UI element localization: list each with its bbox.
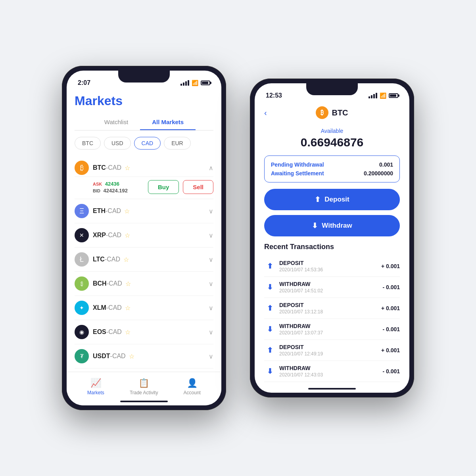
phone-markets: 2:07 📶 Markets Watchlist All Market [62, 66, 226, 410]
transaction-list: ⬆ DEPOSIT 2020/10/07 14:53:36 + 0.001 ⬇ … [264, 256, 400, 382]
ask-value: 42436 [105, 181, 119, 187]
transaction-row: ⬇ WITHDRAW 2020/10/07 14:51:02 - 0.001 [264, 277, 400, 298]
tx-info: DEPOSIT 2020/10/07 12:49:19 [279, 344, 377, 357]
btc-cad-row-expanded[interactable]: ₿ BTC-CAD ☆ ∧ ASK 42436 [75, 156, 213, 199]
deposit-button[interactable]: ⬆ Deposit [264, 189, 400, 210]
signal-icon-2 [369, 93, 377, 98]
tx-type-icon: ⬆ [264, 303, 275, 314]
tx-info: WITHDRAW 2020/10/07 14:51:02 [279, 281, 378, 294]
tx-type-icon: ⬆ [264, 261, 275, 272]
signal-icon [180, 80, 189, 86]
xlm-chevron[interactable]: ∨ [209, 304, 213, 312]
filter-usd[interactable]: USD [104, 137, 131, 150]
ltc-star[interactable]: ☆ [123, 256, 129, 263]
tx-type: WITHDRAW [279, 281, 378, 287]
btc-header-title: BTC [332, 108, 348, 117]
btc-balance-section: Available 0.66946876 [255, 123, 409, 155]
btc-header-icon: ₿ [316, 106, 328, 119]
withdraw-button[interactable]: ⬇ Withdraw [264, 215, 400, 236]
account-nav-icon: 👤 [187, 378, 198, 388]
eos-pair-name: EOS-CAD [93, 328, 122, 336]
markets-content: Markets Watchlist All Markets BTC USD CA… [67, 90, 221, 405]
eth-star[interactable]: ☆ [124, 207, 130, 215]
bch-chevron[interactable]: ∨ [209, 280, 213, 288]
battery-icon-2 [389, 93, 398, 98]
deposit-label: Deposit [324, 196, 349, 203]
tx-type: DEPOSIT [279, 302, 377, 308]
filter-btc[interactable]: BTC [75, 137, 101, 150]
trade-buttons: Buy Sell [148, 180, 213, 194]
tx-amount: - 0.001 [382, 368, 400, 374]
xlm-icon: ✦ [75, 301, 89, 315]
filter-eur[interactable]: EUR [164, 137, 191, 150]
usdt-star[interactable]: ☆ [129, 353, 134, 360]
time-display: 2:07 [78, 79, 90, 86]
eth-chevron[interactable]: ∨ [209, 207, 213, 215]
eth-cad-row[interactable]: Ξ ETH-CAD ☆ ∨ [75, 199, 213, 223]
markets-nav-icon: 📈 [90, 378, 101, 388]
status-icons-2: 📶 [369, 92, 398, 99]
sell-button[interactable]: Sell [183, 180, 213, 194]
pending-withdrawal-value: 0.001 [379, 161, 393, 168]
usdt-chevron[interactable]: ∨ [209, 353, 213, 360]
eos-icon: ◉ [75, 325, 89, 339]
eos-cad-row[interactable]: ◉ EOS-CAD ☆ ∨ [75, 320, 213, 344]
tx-amount: - 0.001 [382, 326, 400, 332]
tx-type: WITHDRAW [279, 323, 378, 329]
xrp-cad-row[interactable]: ✕ XRP-CAD ☆ ∨ [75, 223, 213, 248]
usdt-icon: ₮ [75, 349, 89, 363]
btc-icon: ₿ [75, 161, 89, 175]
tab-all-markets[interactable]: All Markets [140, 115, 196, 130]
bch-cad-row[interactable]: ₿ BCH-CAD ☆ ∨ [75, 272, 213, 296]
eth-pair-name: ETH-CAD [93, 207, 121, 215]
bch-pair-name: BCH-CAD [93, 280, 122, 287]
tx-type-icon: ⬇ [264, 324, 275, 335]
tab-watchlist[interactable]: Watchlist [92, 115, 140, 130]
xlm-pair-name: XLM-CAD [93, 304, 122, 311]
tx-date: 2020/10/07 14:51:02 [279, 288, 378, 294]
transaction-row: ⬆ DEPOSIT 2020/10/07 12:49:19 + 0.001 [264, 340, 400, 361]
eth-icon: Ξ [75, 204, 89, 218]
ask-bid-display: ASK 42436 BID 42424.192 [93, 181, 128, 194]
btc-chevron-up[interactable]: ∧ [209, 164, 213, 172]
tx-info: WITHDRAW 2020/10/07 13:07:37 [279, 323, 378, 336]
btc-page-header: ‹ ₿ BTC [255, 102, 409, 123]
transaction-row: ⬆ DEPOSIT 2020/10/07 14:53:36 + 0.001 [264, 256, 400, 277]
xrp-chevron[interactable]: ∨ [209, 232, 213, 239]
filter-cad[interactable]: CAD [134, 137, 161, 150]
tx-type-icon: ⬆ [264, 345, 275, 356]
xrp-pair-name: XRP-CAD [93, 232, 121, 239]
xrp-star[interactable]: ☆ [125, 232, 130, 239]
transactions-title: Recent Transactions [264, 243, 400, 251]
tx-date: 2020/10/07 13:12:18 [279, 309, 377, 315]
xlm-star[interactable]: ☆ [125, 304, 131, 312]
markets-title: Markets [75, 94, 213, 108]
ltc-chevron[interactable]: ∨ [209, 256, 213, 263]
tx-amount: + 0.001 [381, 305, 400, 311]
balance-amount: 0.66946876 [264, 136, 400, 149]
nav-markets[interactable]: 📈 Markets [87, 378, 104, 395]
ltc-cad-row[interactable]: Ł LTC-CAD ☆ ∨ [75, 248, 213, 272]
usdt-cad-row[interactable]: ₮ USDT-CAD ☆ ∨ [75, 344, 213, 369]
tx-type: DEPOSIT [279, 344, 377, 350]
transaction-row: ⬇ WITHDRAW 2020/10/07 12:43:03 - 0.001 [264, 361, 400, 382]
phone-btc-account: 12:53 📶 ‹ ₿ BTC Available 0.6694 [250, 79, 414, 397]
tx-type-icon: ⬇ [264, 366, 275, 377]
nav-trade-activity[interactable]: 📋 Trade Activity [130, 378, 158, 395]
markets-nav-label: Markets [87, 390, 104, 395]
tx-date: 2020/10/07 12:43:03 [279, 372, 378, 378]
btc-expanded-detail: ASK 42436 BID 42424.192 Buy Sell [75, 177, 213, 199]
buy-button[interactable]: Buy [148, 180, 179, 194]
nav-account[interactable]: 👤 Account [184, 378, 201, 395]
tx-type-icon: ⬇ [264, 282, 275, 293]
bch-star[interactable]: ☆ [125, 280, 131, 288]
eos-chevron[interactable]: ∨ [209, 328, 213, 336]
status-icons: 📶 [180, 80, 210, 86]
xlm-cad-row[interactable]: ✦ XLM-CAD ☆ ∨ [75, 296, 213, 320]
awaiting-settlement-value: 0.20000000 [364, 170, 393, 177]
btc-pair-name: BTC-CAD [93, 164, 121, 171]
back-button[interactable]: ‹ [264, 108, 267, 117]
ltc-icon: Ł [75, 252, 89, 267]
eos-star[interactable]: ☆ [125, 328, 131, 336]
btc-star[interactable]: ☆ [125, 164, 130, 172]
